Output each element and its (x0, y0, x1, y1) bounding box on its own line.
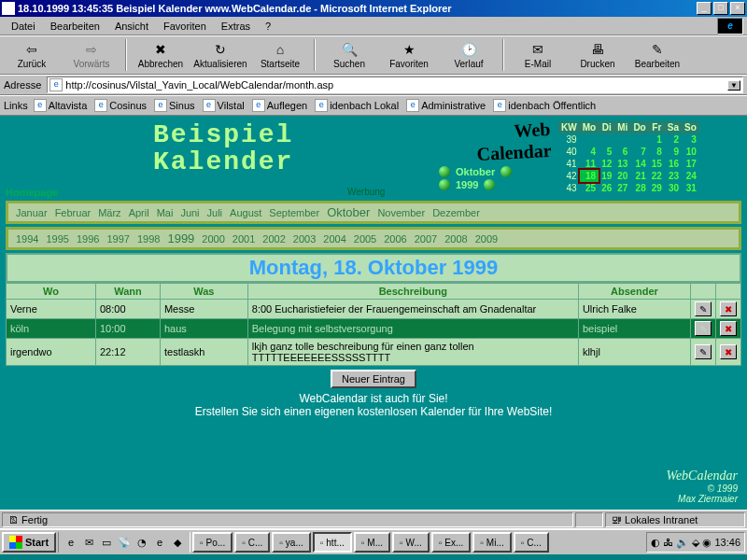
day-cell[interactable]: 4 (580, 146, 599, 158)
edit-event-button[interactable]: ✎ (695, 301, 712, 316)
stop-button[interactable]: ✖Abbrechen (133, 37, 189, 73)
year-2004[interactable]: 2004 (323, 233, 345, 245)
ql-ie-icon[interactable]: e (63, 534, 79, 551)
month-august[interactable]: August (230, 207, 261, 218)
day-cell[interactable]: 1 (649, 133, 665, 146)
forward-button[interactable]: ⇨Vorwärts (63, 37, 120, 73)
link-altavista[interactable]: eAltavista (34, 99, 88, 112)
year-2008[interactable]: 2008 (444, 233, 467, 245)
clock[interactable]: 13:46 (714, 537, 740, 548)
day-cell[interactable]: 27 (614, 182, 630, 194)
ql-channels-icon[interactable]: 📡 (116, 534, 133, 551)
day-cell[interactable]: 30 (665, 182, 682, 194)
year-2000[interactable]: 2000 (202, 233, 224, 245)
menu-help[interactable]: ? (258, 19, 278, 34)
day-cell[interactable]: 25 (580, 182, 599, 194)
month-dezember[interactable]: Dezember (432, 207, 480, 218)
mail-button[interactable]: ✉E-Mail (510, 37, 566, 73)
day-cell[interactable]: 20 (614, 170, 630, 182)
link-cosinus[interactable]: eCosinus (94, 99, 147, 112)
day-cell[interactable]: 7 (630, 146, 648, 158)
search-button[interactable]: 🔍Suchen (321, 37, 377, 73)
day-cell[interactable]: 11 (580, 158, 599, 170)
ql-icon5[interactable]: ◔ (134, 534, 150, 551)
day-cell[interactable]: 23 (665, 170, 682, 182)
month-april[interactable]: April (129, 207, 149, 218)
next-year-button[interactable] (484, 179, 495, 190)
link-auflegen[interactable]: eAuflegen (252, 99, 307, 112)
tray-speaker-icon[interactable]: 🔊 (676, 537, 689, 549)
menu-ansicht[interactable]: Ansicht (107, 19, 156, 34)
year-1999[interactable]: 1999 (167, 231, 194, 245)
day-cell[interactable]: 8 (649, 146, 665, 158)
month-mai[interactable]: Mai (157, 207, 174, 218)
delete-event-button[interactable]: ✖ (720, 301, 737, 316)
task-button[interactable]: ▫htt... (313, 532, 352, 553)
day-cell[interactable]: 24 (682, 170, 699, 182)
start-button[interactable]: Start (2, 532, 56, 553)
edit-button[interactable]: ✎Bearbeiten (629, 37, 685, 73)
task-button[interactable]: ▫W... (392, 532, 430, 553)
month-märz[interactable]: März (98, 207, 120, 218)
minimize-button[interactable]: _ (697, 2, 712, 15)
menu-datei[interactable]: Datei (4, 19, 43, 34)
tray-icon4[interactable]: ⬙ (692, 537, 699, 549)
year-2009[interactable]: 2009 (475, 233, 498, 245)
month-oktober[interactable]: Oktober (327, 205, 370, 219)
day-cell[interactable]: 9 (665, 146, 682, 158)
close-button[interactable]: × (730, 2, 745, 15)
task-button[interactable]: ▫M... (354, 532, 390, 553)
link-vilstal[interactable]: eVilstal (203, 99, 245, 112)
link-sinus[interactable]: eSinus (154, 99, 195, 112)
day-cell[interactable]: 13 (614, 158, 630, 170)
month-juli[interactable]: Juli (207, 207, 223, 218)
history-button[interactable]: 🕑Verlauf (441, 37, 497, 73)
ql-icon6[interactable]: e (151, 534, 168, 551)
ql-desktop-icon[interactable]: ▭ (98, 534, 115, 551)
year-2007[interactable]: 2007 (415, 233, 437, 245)
task-button[interactable]: ▫C... (514, 532, 549, 553)
day-cell[interactable]: 3 (682, 133, 699, 146)
tray-icon5[interactable]: ◉ (702, 537, 712, 549)
ql-icon7[interactable]: ◆ (169, 534, 186, 551)
link-idenbach-öffentlich[interactable]: eidenbach Öffentlich (493, 99, 596, 112)
homepage-link[interactable]: Homepage (6, 187, 58, 198)
month-februar[interactable]: Februar (55, 207, 92, 218)
day-cell[interactable]: 10 (682, 146, 699, 158)
year-2006[interactable]: 2006 (384, 233, 406, 245)
edit-event-button[interactable]: ✎ (695, 321, 712, 336)
day-cell[interactable]: 21 (630, 170, 648, 182)
day-cell[interactable]: 6 (614, 146, 630, 158)
task-button[interactable]: ▫ya... (272, 532, 310, 553)
day-cell[interactable]: 15 (649, 158, 665, 170)
tray-icon2[interactable]: 🖧 (663, 537, 673, 548)
day-cell[interactable]: 17 (682, 158, 699, 170)
year-1996[interactable]: 1996 (77, 233, 99, 245)
print-button[interactable]: 🖶Drucken (570, 37, 626, 73)
prev-month-button[interactable] (439, 166, 450, 177)
task-button[interactable]: ▫Mi... (472, 532, 511, 553)
link-administrative[interactable]: eAdministrative (406, 99, 486, 112)
edit-event-button[interactable]: ✎ (695, 344, 712, 359)
month-juni[interactable]: Juni (180, 207, 199, 218)
month-september[interactable]: September (269, 207, 319, 218)
day-cell[interactable]: 26 (599, 182, 614, 194)
day-cell[interactable]: 12 (599, 158, 614, 170)
day-cell[interactable]: 22 (649, 170, 665, 182)
year-2005[interactable]: 2005 (354, 233, 376, 245)
tray-icon1[interactable]: ◐ (651, 537, 660, 549)
menu-extras[interactable]: Extras (214, 19, 258, 34)
year-1994[interactable]: 1994 (16, 233, 38, 245)
day-cell[interactable]: 19 (599, 170, 614, 182)
year-1998[interactable]: 1998 (137, 233, 160, 245)
year-1995[interactable]: 1995 (46, 233, 68, 245)
new-entry-button[interactable]: Neuer Eintrag (331, 370, 416, 388)
task-button[interactable]: ▫Ex... (431, 532, 472, 553)
refresh-button[interactable]: ↻Aktualisieren (192, 37, 248, 73)
year-2003[interactable]: 2003 (293, 233, 316, 245)
menu-bearbeiten[interactable]: Bearbeiten (43, 19, 107, 34)
maximize-button[interactable]: □ (713, 2, 728, 15)
link-idenbach-lokal[interactable]: eidenbach Lokal (315, 99, 399, 112)
favorites-button[interactable]: ★Favoriten (381, 37, 437, 73)
day-cell[interactable]: 29 (649, 182, 665, 194)
